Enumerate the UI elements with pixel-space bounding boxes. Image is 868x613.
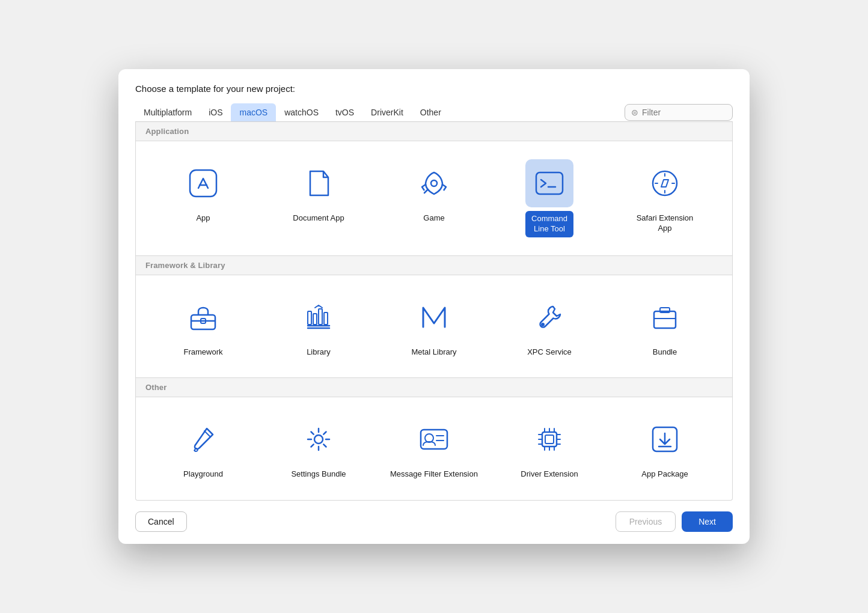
bundle-icon-wrap xyxy=(641,293,689,341)
platform-tab-bar: Multiplatform iOS macOS watchOS tvOS Dri… xyxy=(135,103,733,122)
navigation-buttons: Previous Next xyxy=(616,511,733,532)
cpu-chip-icon xyxy=(533,422,566,456)
previous-button[interactable]: Previous xyxy=(616,511,676,532)
package-icon xyxy=(648,300,682,334)
svg-rect-10 xyxy=(191,315,215,329)
framework-label: Framework xyxy=(180,345,226,360)
template-driver-extension[interactable]: Driver Extension xyxy=(492,409,607,488)
terminal-icon xyxy=(533,166,566,200)
tab-driverkit[interactable]: DriverKit xyxy=(362,103,412,121)
template-bundle[interactable]: Bundle xyxy=(607,287,723,366)
safari-icon-wrap xyxy=(641,159,689,207)
section-other-header: Other xyxy=(136,378,732,397)
template-message-filter[interactable]: Message Filter Extension xyxy=(376,409,492,488)
app-store-icon xyxy=(186,166,220,200)
svg-rect-15 xyxy=(308,311,311,325)
other-grid: Playground Settings Bundle xyxy=(136,397,732,500)
tab-tvos[interactable]: tvOS xyxy=(327,103,362,121)
framework-icon-wrap xyxy=(179,293,227,341)
driver-extension-label: Driver Extension xyxy=(517,467,581,482)
toolbox-icon xyxy=(186,300,220,334)
xpc-icon-wrap xyxy=(525,293,573,341)
bundle-label: Bundle xyxy=(649,345,680,360)
svg-rect-41 xyxy=(545,435,554,444)
svg-point-19 xyxy=(542,323,544,326)
wrench-screwdriver-icon xyxy=(533,300,566,334)
rocket-icon xyxy=(417,166,451,200)
contact-card-icon-wrap xyxy=(410,415,458,463)
template-command-line-tool[interactable]: CommandLine Tool xyxy=(492,153,607,243)
compass-icon xyxy=(648,166,682,200)
document-app-label: Document App xyxy=(289,211,347,226)
template-game[interactable]: Game xyxy=(376,153,492,243)
app-package-label: App Package xyxy=(638,467,691,482)
download-box-icon xyxy=(648,422,682,456)
next-button[interactable]: Next xyxy=(682,511,733,532)
download-icon-wrap xyxy=(641,415,689,463)
tab-multiplatform[interactable]: Multiplatform xyxy=(135,103,200,121)
settings-bundle-label: Settings Bundle xyxy=(287,467,349,482)
command-line-icon-wrap xyxy=(525,159,573,207)
cancel-button[interactable]: Cancel xyxy=(135,511,187,532)
settings-icon-wrap xyxy=(295,415,343,463)
template-content-area: Application App xyxy=(135,122,733,501)
tab-macos[interactable]: macOS xyxy=(231,103,276,121)
svg-point-25 xyxy=(425,434,433,442)
svg-rect-28 xyxy=(542,432,557,447)
template-app[interactable]: App xyxy=(145,153,261,243)
section-application-header: Application xyxy=(136,122,732,141)
tab-watchos[interactable]: watchOS xyxy=(276,103,327,121)
app-label: App xyxy=(192,211,213,226)
game-label: Game xyxy=(420,211,448,226)
template-playground[interactable]: Playground xyxy=(145,409,261,488)
dialog-title: Choose a template for your new project: xyxy=(135,84,733,94)
document-icon xyxy=(302,166,335,200)
metal-icon-wrap xyxy=(410,293,458,341)
metal-library-label: Metal Library xyxy=(408,345,460,360)
svg-rect-17 xyxy=(319,309,322,325)
bottom-bar: Cancel Previous Next xyxy=(135,511,733,532)
tab-other[interactable]: Other xyxy=(412,103,450,121)
template-safari-extension-app[interactable]: Safari ExtensionApp xyxy=(607,153,723,243)
command-line-tool-label: CommandLine Tool xyxy=(525,211,573,237)
svg-rect-18 xyxy=(324,313,328,325)
section-framework-header: Framework & Library xyxy=(136,256,732,275)
document-app-icon-wrap xyxy=(295,159,343,207)
template-document-app[interactable]: Document App xyxy=(261,153,376,243)
safari-extension-app-label: Safari ExtensionApp xyxy=(633,211,697,236)
gear-icon xyxy=(302,422,335,456)
library-icon-wrap xyxy=(295,293,343,341)
svg-rect-3 xyxy=(536,172,563,194)
template-framework[interactable]: Framework xyxy=(145,287,261,366)
message-filter-label: Message Filter Extension xyxy=(387,467,481,482)
metal-m-icon xyxy=(417,300,451,334)
xpc-service-label: XPC Service xyxy=(524,345,575,360)
library-label: Library xyxy=(303,345,334,360)
svg-rect-0 xyxy=(190,170,216,197)
framework-grid: Framework Library xyxy=(136,275,732,379)
application-grid: App Document App xyxy=(136,141,732,256)
app-icon-wrap xyxy=(179,159,227,207)
template-settings-bundle[interactable]: Settings Bundle xyxy=(261,409,376,488)
tab-ios[interactable]: iOS xyxy=(200,103,231,121)
template-library[interactable]: Library xyxy=(261,287,376,366)
svg-point-23 xyxy=(314,435,323,444)
template-xpc-service[interactable]: XPC Service xyxy=(492,287,607,366)
svg-point-2 xyxy=(431,180,437,186)
chip-icon-wrap xyxy=(525,415,573,463)
new-project-dialog: Choose a template for your new project: … xyxy=(118,69,750,544)
svg-rect-20 xyxy=(654,311,676,328)
template-app-package[interactable]: App Package xyxy=(607,409,723,488)
game-icon-wrap xyxy=(410,159,458,207)
columns-icon xyxy=(302,300,335,334)
id-card-icon xyxy=(417,422,451,456)
playground-label: Playground xyxy=(180,467,227,482)
paintbrush-icon xyxy=(186,422,220,456)
playground-icon-wrap xyxy=(179,415,227,463)
template-metal-library[interactable]: Metal Library xyxy=(376,287,492,366)
filter-box[interactable]: ⊜ xyxy=(625,104,733,121)
filter-input[interactable] xyxy=(642,108,714,117)
svg-rect-16 xyxy=(313,314,317,325)
filter-icon: ⊜ xyxy=(631,108,638,117)
